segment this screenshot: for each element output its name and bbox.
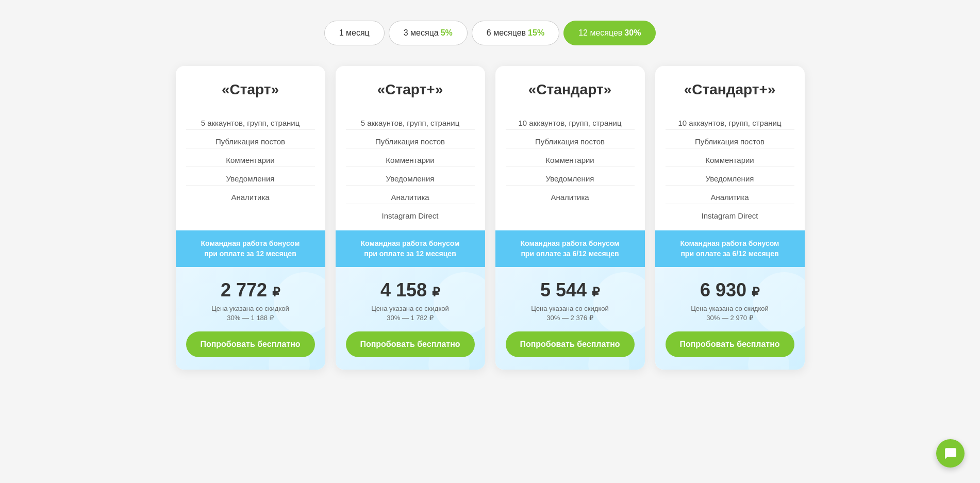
feature-item: Комментарии: [346, 154, 475, 167]
price-currency: ₽: [272, 285, 280, 299]
feature-item: 10 аккаунтов, групп, страниц: [666, 116, 794, 130]
period-selector: 1 месяц3 месяца5%6 месяцев15%12 месяцев3…: [324, 21, 656, 45]
period-tab-12months[interactable]: 12 месяцев30%: [563, 21, 656, 45]
plan-pricing-section: 2 772 ₽Цена указана со скидкой30% — 1 18…: [176, 267, 325, 369]
pricing-card-standard-plus: «Стандарт+»10 аккаунтов, групп, страницП…: [655, 66, 805, 370]
price-note: Цена указана со скидкой30% — 1 188 ₽: [186, 304, 315, 323]
feature-item: 5 аккаунтов, групп, страниц: [186, 116, 315, 130]
price-currency: ₽: [752, 285, 759, 299]
plan-price: 6 930 ₽: [666, 279, 794, 301]
price-note: Цена указана со скидкой30% — 2 970 ₽: [666, 304, 794, 323]
price-currency: ₽: [432, 285, 440, 299]
feature-item: Аналитика: [186, 191, 315, 204]
feature-item: Уведомления: [506, 172, 635, 186]
try-free-button[interactable]: Попробовать бесплатно: [506, 331, 635, 357]
plan-features: 5 аккаунтов, групп, страницПубликация по…: [176, 108, 325, 230]
price-note: Цена указана со скидкой30% — 1 782 ₽: [346, 304, 475, 323]
feature-item: Публикация постов: [506, 135, 635, 148]
feature-item: Уведомления: [346, 172, 475, 186]
try-free-button[interactable]: Попробовать бесплатно: [666, 331, 794, 357]
plan-pricing-section: 6 930 ₽Цена указана со скидкой30% — 2 97…: [655, 267, 805, 369]
period-label: 3 месяца: [404, 28, 439, 37]
try-free-button[interactable]: Попробовать бесплатно: [186, 331, 315, 357]
period-tab-3months[interactable]: 3 месяца5%: [389, 21, 468, 45]
feature-item: Комментарии: [186, 154, 315, 167]
pricing-card-start-plus: «Старт+»5 аккаунтов, групп, страницПубли…: [336, 66, 485, 370]
feature-item: Публикация постов: [186, 135, 315, 148]
plan-features: 10 аккаунтов, групп, страницПубликация п…: [495, 108, 645, 230]
feature-item: Instagram Direct: [666, 209, 794, 222]
plan-features: 10 аккаунтов, групп, страницПубликация п…: [655, 108, 805, 230]
period-tab-6months[interactable]: 6 месяцев15%: [472, 21, 559, 45]
period-tab-1month[interactable]: 1 месяц: [324, 21, 385, 45]
period-label: 6 месяцев: [487, 28, 526, 37]
feature-item: Instagram Direct: [346, 209, 475, 222]
team-bonus-label: Командная работа бонусомпри оплате за 12…: [176, 230, 325, 267]
price-note: Цена указана со скидкой30% — 2 376 ₽: [506, 304, 635, 323]
feature-item: Комментарии: [506, 154, 635, 167]
plan-pricing-section: 4 158 ₽Цена указана со скидкой30% — 1 78…: [336, 267, 485, 369]
feature-item: Уведомления: [186, 172, 315, 186]
team-bonus-label: Командная работа бонусомпри оплате за 12…: [336, 230, 485, 267]
period-discount: 5%: [441, 28, 453, 37]
period-discount: 15%: [528, 28, 544, 37]
try-free-button[interactable]: Попробовать бесплатно: [346, 331, 475, 357]
feature-item: Публикация постов: [666, 135, 794, 148]
feature-item: Уведомления: [666, 172, 794, 186]
plan-title: «Старт+»: [346, 81, 475, 98]
plan-title: «Старт»: [186, 81, 315, 98]
pricing-card-standard: «Стандарт»10 аккаунтов, групп, страницПу…: [495, 66, 645, 370]
feature-item: 10 аккаунтов, групп, страниц: [506, 116, 635, 130]
plan-price: 4 158 ₽: [346, 279, 475, 301]
plan-title: «Стандарт+»: [666, 81, 794, 98]
feature-item: Аналитика: [506, 191, 635, 204]
feature-item: Аналитика: [666, 191, 794, 204]
feature-item: Публикация постов: [346, 135, 475, 148]
feature-item: Комментарии: [666, 154, 794, 167]
team-bonus-label: Командная работа бонусомпри оплате за 6/…: [495, 230, 645, 267]
plan-pricing-section: 5 544 ₽Цена указана со скидкой30% — 2 37…: [495, 267, 645, 369]
plan-price: 2 772 ₽: [186, 279, 315, 301]
feature-item: Аналитика: [346, 191, 475, 204]
chat-bubble-button[interactable]: [936, 439, 965, 468]
period-label: 1 месяц: [339, 28, 370, 37]
period-label: 12 месяцев: [578, 28, 622, 37]
feature-item: 5 аккаунтов, групп, страниц: [346, 116, 475, 130]
pricing-card-start: «Старт»5 аккаунтов, групп, страницПублик…: [176, 66, 325, 370]
plan-title: «Стандарт»: [506, 81, 635, 98]
plan-features: 5 аккаунтов, групп, страницПубликация по…: [336, 108, 485, 230]
price-currency: ₽: [592, 285, 600, 299]
team-bonus-label: Командная работа бонусомпри оплате за 6/…: [655, 230, 805, 267]
period-discount: 30%: [624, 28, 641, 37]
plan-price: 5 544 ₽: [506, 279, 635, 301]
pricing-cards: «Старт»5 аккаунтов, групп, страницПублик…: [155, 66, 825, 370]
